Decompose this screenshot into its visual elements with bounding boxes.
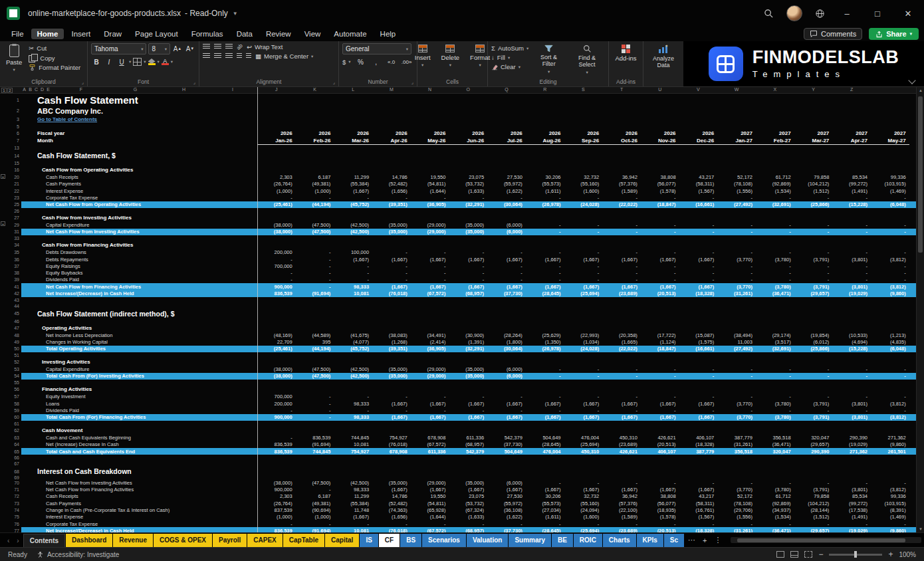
row-label[interactable]: Changes in Working Capital bbox=[21, 339, 257, 345]
cell[interactable]: (34,491) bbox=[411, 332, 449, 338]
row-label[interactable]: Capital Expenditure bbox=[21, 222, 257, 228]
cell[interactable]: (1,667) bbox=[679, 401, 718, 407]
cell[interactable]: (6,012) bbox=[794, 339, 833, 345]
cell[interactable]: 98,333 bbox=[334, 284, 372, 290]
cell[interactable]: - bbox=[372, 270, 411, 276]
cell[interactable]: (17,538) bbox=[832, 507, 871, 513]
cell[interactable]: - bbox=[526, 229, 564, 235]
cell[interactable]: - bbox=[564, 407, 603, 413]
cell[interactable]: - bbox=[372, 195, 411, 201]
row-label[interactable]: Cash Movement bbox=[21, 427, 257, 433]
cell[interactable]: (41,675) bbox=[334, 332, 372, 338]
cell[interactable]: - bbox=[449, 407, 487, 413]
cell[interactable]: (74,363) bbox=[372, 507, 411, 513]
menu-home[interactable]: Home bbox=[31, 29, 64, 39]
cell[interactable]: - bbox=[602, 407, 641, 413]
cell[interactable]: - bbox=[411, 277, 449, 282]
row-header[interactable]: 35 bbox=[0, 249, 21, 256]
wrap-text-button[interactable]: ↩Wrap Text bbox=[247, 43, 283, 51]
cell[interactable]: (53,732) bbox=[449, 501, 487, 506]
cell[interactable]: - bbox=[717, 480, 756, 486]
column-letter[interactable]: N bbox=[411, 87, 449, 93]
column-letter[interactable]: R bbox=[526, 87, 564, 93]
cell[interactable]: Apr-27 bbox=[832, 136, 871, 145]
cell[interactable]: (55,573) bbox=[526, 501, 564, 506]
row-header[interactable]: 64 bbox=[0, 441, 21, 448]
accessibility-status[interactable]: Accessibility: Investigate bbox=[37, 551, 119, 558]
cell[interactable]: - bbox=[832, 366, 871, 372]
cell[interactable]: (68,957) bbox=[449, 441, 487, 447]
addins-button[interactable]: Add-ins bbox=[612, 43, 639, 63]
cell[interactable]: (1,667) bbox=[526, 414, 564, 420]
cell[interactable]: (29,174) bbox=[756, 332, 794, 338]
cell[interactable]: - bbox=[871, 480, 909, 486]
row-header[interactable]: 63 bbox=[0, 434, 21, 441]
cell[interactable]: (3,770) bbox=[717, 284, 756, 290]
cell[interactable]: (1,667) bbox=[564, 414, 603, 420]
cell[interactable]: - bbox=[756, 277, 794, 282]
cell[interactable]: - bbox=[679, 366, 718, 372]
cell[interactable]: (3,791) bbox=[794, 257, 833, 263]
cell[interactable]: (91,694) bbox=[296, 441, 334, 447]
cell[interactable]: - bbox=[257, 435, 296, 441]
cell[interactable]: (25,866) bbox=[794, 201, 833, 207]
cell[interactable]: - bbox=[756, 407, 794, 413]
cell[interactable]: - bbox=[257, 521, 296, 527]
cell[interactable]: 85,534 bbox=[832, 493, 871, 499]
align-top-icon[interactable] bbox=[203, 44, 210, 50]
row-label[interactable]: Equity Raisings bbox=[21, 263, 257, 269]
cell[interactable]: (1,667) bbox=[372, 401, 411, 407]
cell[interactable]: - bbox=[641, 393, 679, 399]
cell[interactable]: (3,801) bbox=[832, 284, 871, 290]
row-label[interactable]: Net Increase/(Decrease) in Cash Held bbox=[21, 290, 257, 296]
row-header[interactable]: 23 bbox=[0, 194, 21, 201]
cell[interactable]: 900,000 bbox=[257, 284, 296, 290]
column-letter[interactable]: J bbox=[257, 87, 296, 93]
menu-data[interactable]: Data bbox=[231, 29, 259, 39]
cell[interactable]: - bbox=[871, 249, 909, 255]
cell[interactable]: Apr-26 bbox=[372, 136, 411, 145]
align-center-icon[interactable] bbox=[214, 53, 221, 59]
cell[interactable]: - bbox=[257, 195, 296, 201]
cell[interactable]: (55,972) bbox=[487, 501, 526, 506]
cell[interactable]: (104,212) bbox=[794, 501, 833, 506]
cell[interactable]: - bbox=[756, 366, 794, 372]
cell[interactable]: - bbox=[794, 249, 833, 255]
cell[interactable]: - bbox=[296, 521, 334, 527]
column-letter[interactable]: A bbox=[21, 87, 27, 93]
row-header[interactable]: 61 bbox=[0, 421, 21, 427]
cell[interactable]: (68,957) bbox=[449, 528, 487, 532]
autosum-button[interactable]: ΣAutoSum▾ bbox=[491, 45, 528, 52]
row-label[interactable]: Corporate Tax Expense bbox=[21, 195, 257, 201]
cell[interactable]: (1,667) bbox=[602, 284, 641, 290]
cell[interactable]: (36,471) bbox=[756, 441, 794, 447]
cell[interactable]: - bbox=[871, 407, 909, 413]
cell[interactable]: (24,028) bbox=[564, 346, 603, 352]
cell[interactable]: (8,391) bbox=[871, 507, 909, 513]
cell[interactable]: 450,310 bbox=[564, 449, 603, 455]
cell[interactable]: - bbox=[679, 222, 718, 228]
cell[interactable]: - bbox=[832, 229, 871, 235]
cell[interactable]: 2026 bbox=[641, 130, 679, 136]
cell[interactable]: 2026 bbox=[296, 130, 334, 136]
cell[interactable]: - bbox=[717, 393, 756, 399]
sheet-tab-revenue[interactable]: Revenue bbox=[113, 534, 153, 547]
cell[interactable]: (3,770) bbox=[717, 414, 756, 420]
sheet-tab-cogs-opex[interactable]: COGS & OPEX bbox=[154, 534, 212, 547]
cell[interactable]: - bbox=[756, 270, 794, 276]
cell[interactable]: 30,206 bbox=[526, 493, 564, 499]
cell[interactable]: 10,081 bbox=[334, 441, 372, 447]
outline-level-button[interactable]: 2 bbox=[7, 88, 13, 93]
column-letter[interactable]: H bbox=[160, 87, 208, 93]
cell[interactable]: - bbox=[832, 521, 871, 527]
row-header[interactable]: 21 bbox=[0, 181, 21, 187]
cell[interactable]: 744,845 bbox=[334, 435, 372, 441]
scroll-up-icon[interactable]: ▲ bbox=[917, 88, 924, 92]
cell[interactable]: - bbox=[641, 521, 679, 527]
font-color-button[interactable]: A bbox=[162, 58, 169, 65]
cell[interactable]: - bbox=[679, 263, 718, 269]
cell[interactable]: - bbox=[679, 521, 718, 527]
share-button[interactable]: Share ▾ bbox=[869, 28, 919, 40]
cell[interactable]: - bbox=[794, 195, 833, 201]
ribbon-collapse-icon[interactable] bbox=[909, 78, 915, 84]
